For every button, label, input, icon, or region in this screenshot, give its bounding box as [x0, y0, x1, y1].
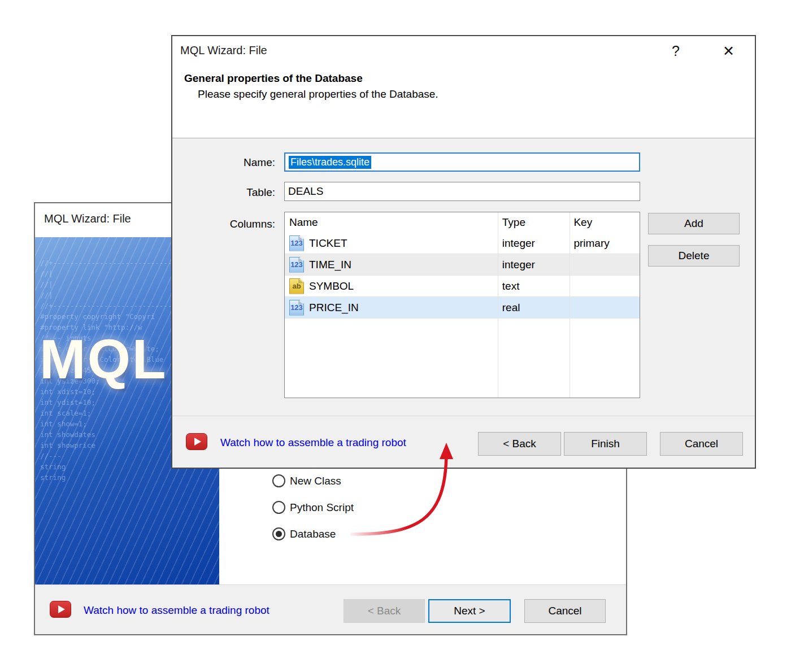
page-heading: General properties of the Database	[184, 72, 363, 85]
radio-database-label: Database	[290, 528, 336, 540]
add-button[interactable]: Add	[648, 213, 740, 234]
delete-button[interactable]: Delete	[648, 245, 740, 267]
watch-video-link[interactable]: Watch how to assemble a trading robot	[220, 437, 406, 449]
selected-text: Files\trades.sqlite	[289, 156, 371, 169]
numeric-column-icon: 123	[289, 235, 304, 251]
back-dialog-title: MQL Wizard: File	[44, 212, 131, 225]
cell-name: PRICE_IN	[309, 302, 359, 314]
play-icon	[194, 438, 201, 446]
cell-type: text	[497, 280, 569, 293]
table-field-label: Table:	[172, 186, 275, 199]
mql-wizard-database-dialog: MQL Wizard: File ? ✕ General properties …	[171, 35, 756, 469]
page-subheading: Please specify general properties of the…	[198, 88, 438, 101]
watch-video-link[interactable]: Watch how to assemble a trading robot	[84, 604, 270, 617]
radio-new-class-label: New Class	[290, 475, 341, 487]
numeric-column-icon: 123	[289, 257, 304, 273]
cancel-button[interactable]: Cancel	[660, 432, 743, 456]
table-row-ticket[interactable]: 123 TICKET integer primary	[285, 233, 640, 254]
youtube-icon[interactable]	[186, 433, 207, 450]
table-input-value: DEALS	[288, 185, 323, 198]
numeric-column-icon: 123	[289, 300, 304, 316]
back-button[interactable]: < Back	[344, 599, 425, 623]
cell-key: primary	[568, 237, 640, 250]
column-divider	[498, 212, 498, 398]
columns-table[interactable]: Name Type Key 123 TICKET integer primary…	[284, 212, 640, 398]
youtube-icon[interactable]	[50, 601, 71, 618]
radio-circle-selected-icon[interactable]	[272, 527, 285, 540]
name-input[interactable]: Files\trades.sqlite	[284, 152, 640, 172]
help-icon[interactable]: ?	[672, 43, 680, 59]
cell-name: SYMBOL	[309, 280, 354, 293]
table-row-time-in[interactable]: 123 TIME_IN integer	[285, 254, 640, 276]
back-button[interactable]: < Back	[478, 432, 561, 456]
header-type: Type	[497, 216, 569, 229]
radio-circle-icon[interactable]	[272, 474, 285, 487]
text-column-icon: ab	[289, 278, 304, 294]
play-icon	[58, 605, 65, 613]
table-row-symbol[interactable]: ab SYMBOL text	[285, 276, 640, 297]
radio-python-script-label: Python Script	[290, 501, 354, 514]
cell-type: integer	[497, 237, 569, 250]
header-key: Key	[568, 216, 640, 229]
name-field-label: Name:	[172, 156, 275, 169]
cell-type: real	[497, 302, 569, 314]
cell-name: TICKET	[309, 237, 347, 250]
mql-logo-text: MQL	[40, 328, 168, 391]
next-button[interactable]: Next >	[428, 599, 511, 623]
radio-new-class[interactable]: New Class	[272, 474, 341, 487]
table-input[interactable]: DEALS	[284, 182, 640, 201]
finish-button[interactable]: Finish	[564, 432, 647, 456]
columns-field-label: Columns:	[172, 218, 275, 230]
header-name: Name	[285, 212, 497, 233]
cancel-button[interactable]: Cancel	[524, 599, 606, 623]
radio-database[interactable]: Database	[272, 527, 336, 540]
table-row-price-in[interactable]: 123 PRICE_IN real	[285, 297, 640, 318]
cell-type: integer	[497, 259, 569, 271]
cell-name: TIME_IN	[309, 259, 351, 271]
front-dialog-header: MQL Wizard: File ? ✕ General properties …	[172, 36, 755, 138]
table-header-row: Name Type Key	[285, 212, 640, 233]
column-divider	[570, 212, 570, 398]
close-icon[interactable]: ✕	[723, 43, 734, 59]
front-dialog-title: MQL Wizard: File	[180, 44, 267, 57]
radio-circle-icon[interactable]	[272, 501, 285, 514]
radio-python-script[interactable]: Python Script	[272, 501, 354, 514]
front-dialog-bottom-bar: Watch how to assemble a trading robot < …	[172, 416, 755, 468]
back-dialog-bottom-bar: Watch how to assemble a trading robot < …	[35, 584, 626, 634]
